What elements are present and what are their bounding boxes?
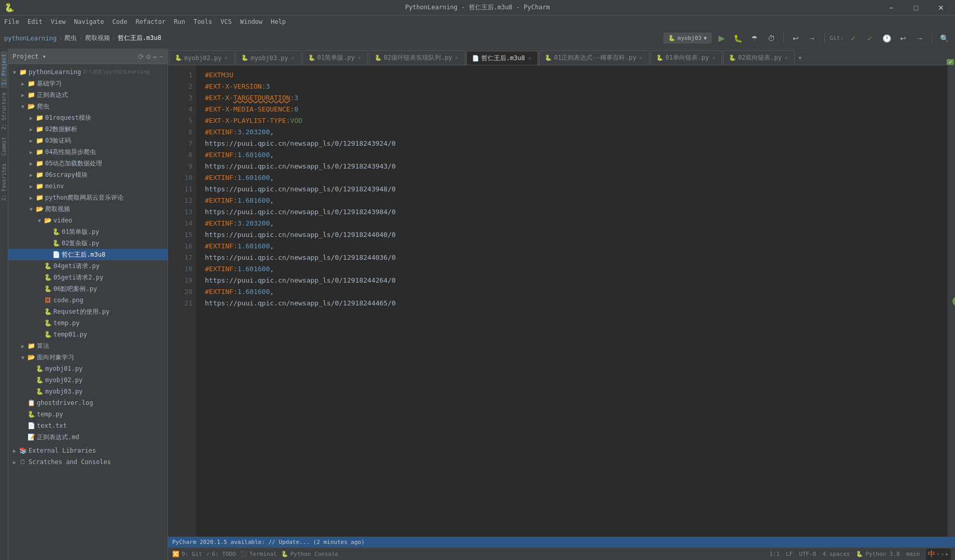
run-config-dropdown[interactable]: 🐍 myobj03 ▼ <box>663 33 711 44</box>
revert-button[interactable]: ↩ <box>789 32 802 45</box>
menu-window[interactable]: Window <box>236 16 267 27</box>
tree-item-myobj01[interactable]: ▶ 🐍 myobj01.py <box>8 363 168 374</box>
tree-item-jichu[interactable]: ▶ 📁 基础学习 <box>8 78 168 89</box>
tree-item-video-folder[interactable]: ▼ 📂 爬取视频 <box>8 203 168 215</box>
minimize-button[interactable]: − <box>879 0 903 16</box>
menu-code[interactable]: Code <box>108 16 132 27</box>
tree-item-temp-root[interactable]: ▶ 🐍 temp.py <box>8 409 168 420</box>
tab-myobj02[interactable]: 🐍 myobj02.py × <box>169 50 234 65</box>
tree-item-scratches[interactable]: ▶ 🗒 Scratches and Consoles <box>8 456 168 468</box>
tab-02doubly-close[interactable]: × <box>784 54 789 61</box>
structure-vtab[interactable]: 2: Structure <box>1 89 7 133</box>
profile-button[interactable]: ⏱ <box>765 32 778 45</box>
tree-item-ext-lib[interactable]: ▶ 📚 External Libraries <box>8 445 168 456</box>
tree-item-text-txt[interactable]: ▶ 📄 text.txt <box>8 420 168 431</box>
status-indent[interactable]: 4 spaces <box>822 551 850 557</box>
tree-item-01request[interactable]: ▶ 📁 01request模块 <box>8 112 168 123</box>
status-terminal[interactable]: ⬛ Terminal <box>240 551 277 557</box>
maximize-button[interactable]: □ <box>904 0 928 16</box>
project-minimize-icon[interactable]: − <box>159 52 163 61</box>
menu-tools[interactable]: Tools <box>189 16 216 27</box>
tree-item-music[interactable]: ▶ 📁 python爬取网易云音乐评论 <box>8 192 168 203</box>
project-gear-icon[interactable]: ⚙ <box>146 52 150 61</box>
tab-myobj02-close[interactable]: × <box>224 54 229 61</box>
menu-view[interactable]: View <box>47 16 70 27</box>
tab-01linked[interactable]: 🐍 01单向链表.py × <box>650 50 722 65</box>
commit-vtab[interactable]: Commit <box>1 134 7 159</box>
tree-item-05dynamic[interactable]: ▶ 📁 05动态加载数据处理 <box>8 158 168 169</box>
breadcrumb-item-3[interactable]: 爬取视频 <box>85 34 110 43</box>
tab-m3u8-close[interactable]: × <box>527 55 532 62</box>
git-checkmark-1[interactable]: ✓ <box>847 32 860 45</box>
status-todo[interactable]: ✓ 6: TODO <box>206 551 236 557</box>
git-clock[interactable]: 🕐 <box>880 32 893 45</box>
status-git[interactable]: 🔀 9: Git <box>172 551 202 557</box>
scrollbar-indicator[interactable]: 75 <box>948 65 955 537</box>
favorites-vtab[interactable]: 2: Favorites <box>1 160 7 204</box>
git-revert[interactable]: ↩ <box>896 32 910 45</box>
menu-edit[interactable]: Edit <box>23 16 47 27</box>
tree-item-02data[interactable]: ▶ 📁 02数据解析 <box>8 123 168 135</box>
menu-file[interactable]: File <box>0 16 23 27</box>
tree-item-m3u8[interactable]: ▶ 📄 哲仁王后.m3u8 <box>8 249 168 260</box>
tree-item-myobj03[interactable]: ▶ 🐍 myobj03.py <box>8 386 168 397</box>
coverage-button[interactable]: ☂ <box>748 32 762 45</box>
tree-item-ghostdriver[interactable]: ▶ 📋 ghostdriver.log <box>8 397 168 409</box>
status-line-ending[interactable]: LF <box>786 551 793 557</box>
tree-item-temp[interactable]: ▶ 🐍 temp.py <box>8 317 168 329</box>
run-button[interactable]: ▶ <box>715 32 728 45</box>
tree-item-05get[interactable]: ▶ 🐍 05geti请求2.py <box>8 272 168 283</box>
status-branch[interactable]: 🐍 Python 3.8 <box>856 551 899 557</box>
status-python-console[interactable]: 🐍 Python Console <box>281 551 339 557</box>
tab-01simple[interactable]: 🐍 01简单版.py × <box>302 50 368 65</box>
menu-vcs[interactable]: VCS <box>216 16 236 27</box>
menu-navigate[interactable]: Navigate <box>70 16 108 27</box>
status-encoding[interactable]: UTF-8 <box>799 551 816 557</box>
close-button[interactable]: ✕ <box>929 0 953 16</box>
tree-item-01simple[interactable]: ▶ 🐍 01简单版.py <box>8 226 168 237</box>
search-everywhere-button[interactable]: 🔍 <box>937 32 951 45</box>
forward-button[interactable]: → <box>806 32 819 45</box>
tree-item-06scrapy[interactable]: ▶ 📁 06scrapy模块 <box>8 169 168 180</box>
menu-refactor[interactable]: Refactor <box>131 16 170 27</box>
code-editor[interactable]: #EXTM3U #EXT-X-VERSION:3 #EXT-X-TARGETDU… <box>197 65 948 537</box>
tab-02doubly[interactable]: 🐍 02双向链表.py × <box>723 50 795 65</box>
project-vtab[interactable]: 1: Project <box>1 51 7 88</box>
tab-myobj03-close[interactable]: × <box>290 54 296 61</box>
notification-bar[interactable]: PyCharm 2020.1.5 available: // Update...… <box>168 537 955 548</box>
git-checkmark-2[interactable]: ✓ <box>863 32 877 45</box>
debug-button[interactable]: 🐛 <box>731 32 745 45</box>
tree-item-algo[interactable]: ▶ 📁 算法 <box>8 340 168 352</box>
tree-item-regex[interactable]: ▶ 📁 正则表达式 <box>8 89 168 101</box>
tab-01linked-close[interactable]: × <box>711 54 716 61</box>
tree-item-requset[interactable]: ▶ 🐍 Requset的使用.py <box>8 306 168 317</box>
status-position[interactable]: 1:1 <box>769 551 780 557</box>
tree-root[interactable]: ▼ 📁 pythonLearning D:\桌面\pythonLearning <box>8 66 168 78</box>
menu-run[interactable]: Run <box>170 16 189 27</box>
tree-item-04async[interactable]: ▶ 📁 04高性能异步爬虫 <box>8 146 168 158</box>
tree-item-04get[interactable]: ▶ 🐍 04geti请求.py <box>8 260 168 272</box>
tree-item-temp01[interactable]: ▶ 🐍 temp01.py <box>8 329 168 340</box>
status-lang[interactable]: main <box>906 551 920 557</box>
tree-item-code-png[interactable]: ▶ 🖼 code.png <box>8 295 168 306</box>
tab-01simple-close[interactable]: × <box>357 54 362 61</box>
git-forward[interactable]: → <box>913 32 926 45</box>
tree-item-02complex[interactable]: ▶ 🐍 02复杂版.py <box>8 237 168 249</box>
tree-item-regex-md[interactable]: ▶ 📝 正则表达式.md <box>8 431 168 443</box>
tab-myobj03[interactable]: 🐍 myobj03.py × <box>236 50 301 65</box>
tab-m3u8[interactable]: 📄 哲仁王后.m3u8 × <box>466 51 538 65</box>
tree-item-06dian[interactable]: ▶ 🐍 06點吧案例.py <box>8 283 168 295</box>
project-sync-icon[interactable]: ⟳ <box>138 52 144 61</box>
breadcrumb-item-1[interactable]: pythonLearning <box>4 35 57 42</box>
tab-01regex[interactable]: 🐍 01正则表达式--稀事百科.py × <box>539 50 649 65</box>
tabs-more-button[interactable]: ▾ <box>795 50 805 65</box>
tree-item-03captcha[interactable]: ▶ 📁 03验证码 <box>8 135 168 146</box>
tab-02linked-close[interactable]: × <box>454 54 460 61</box>
tree-item-video[interactable]: ▼ 📂 video <box>8 215 168 226</box>
tree-item-oop[interactable]: ▼ 📂 面向对象学习 <box>8 352 168 363</box>
breadcrumb-item-2[interactable]: 爬虫 <box>64 34 77 43</box>
tab-02linked[interactable]: 🐍 02循环链表实现队列.py × <box>369 50 465 65</box>
menu-help[interactable]: Help <box>267 16 290 27</box>
tree-item-meinv[interactable]: ▶ 📁 meinv <box>8 180 168 192</box>
tree-item-spider[interactable]: ▼ 📂 爬虫 <box>8 101 168 112</box>
